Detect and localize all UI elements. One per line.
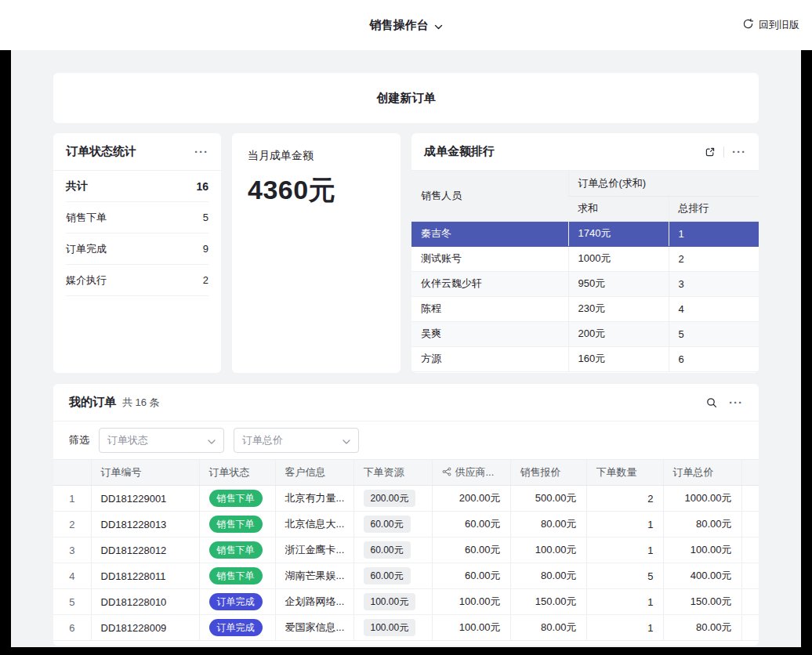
quote-cell: 500.00元 [510, 486, 586, 512]
supplier-cell: 60.00元 [432, 563, 510, 589]
total-cell: 100.00元 [663, 537, 741, 563]
back-to-old-button[interactable]: 回到旧版 [742, 0, 799, 50]
order-row[interactable]: 5 DD181228010 订单完成 企划路网络... 100.00元 100.… [53, 589, 759, 615]
order-no-cell: DD181228012 [91, 537, 199, 563]
order-row[interactable]: 2 DD181228013 销售下单 北京信息大... 60.00元 60.00… [53, 512, 759, 537]
ranking-row[interactable]: 方源 160元 6 [411, 346, 759, 371]
orders-table: 订单编号 订单状态 客户信息 下单资源 [53, 459, 759, 641]
ranking-person: 吴爽 [411, 321, 568, 346]
row-number: 6 [53, 615, 91, 641]
ranking-row[interactable]: 陈程 230元 4 [411, 296, 759, 321]
link-field-icon [442, 467, 451, 479]
resource-cell: 60.00元 [353, 512, 432, 537]
column-header-total[interactable]: 订单总价 [663, 460, 741, 486]
order-total-filter-select[interactable]: 订单总价 [234, 428, 359, 453]
status-badge: 订单完成 [209, 619, 263, 636]
ranking-row[interactable]: 秦吉冬 1740元 1 [411, 221, 759, 246]
ranking-sum: 950元 [568, 271, 669, 296]
resource-cell: 60.00元 [353, 537, 432, 563]
app-title-dropdown[interactable]: 销售操作台 [370, 18, 443, 33]
order-status-filter-placeholder: 订单状态 [107, 433, 148, 447]
stat-value: 16 [196, 180, 208, 193]
chevron-down-icon [343, 435, 350, 447]
total-cell: 150.00元 [663, 589, 741, 615]
ranking-rank: 1 [669, 221, 759, 246]
column-header-customer[interactable]: 客户信息 [275, 460, 353, 486]
order-row[interactable]: 1 DD181229001 销售下单 北京有力量... 200.00元 200.… [53, 486, 759, 512]
stat-row: 销售下单 5 [66, 202, 208, 233]
status-badge: 销售下单 [209, 490, 263, 507]
orders-table-header-row: 订单编号 订单状态 客户信息 下单资源 [53, 460, 759, 486]
column-header-qty[interactable]: 下单数量 [586, 460, 663, 486]
order-row[interactable]: 3 DD181228012 销售下单 浙江金鹰卡... 60.00元 60.00… [53, 537, 759, 563]
order-row[interactable]: 6 DD181228009 订单完成 爱国家信息... 100.00元 100.… [53, 615, 759, 641]
stub-cell [741, 537, 759, 563]
column-header-supplier[interactable]: 供应商... [432, 460, 510, 486]
order-status-filter-select[interactable]: 订单状态 [99, 428, 224, 453]
order-row[interactable]: 4 DD181228011 销售下单 湖南芒果娱... 60.00元 60.00… [53, 563, 759, 589]
qty-cell: 1 [586, 512, 663, 537]
content-area: 创建新订单 订单状态统计 ··· 共计 16 销售下单 5 [11, 50, 801, 647]
resource-pill: 60.00元 [364, 567, 411, 584]
more-icon[interactable]: ··· [732, 146, 746, 157]
more-icon[interactable]: ··· [194, 146, 208, 157]
chevron-down-icon [208, 435, 216, 447]
status-badge: 订单完成 [209, 593, 263, 610]
stat-row-total: 共计 16 [66, 171, 208, 202]
column-header-resource[interactable]: 下单资源 [353, 460, 432, 486]
status-cell: 销售下单 [199, 563, 275, 589]
qty-cell: 1 [586, 615, 663, 641]
stat-value: 5 [203, 212, 208, 223]
row-number: 1 [53, 486, 91, 512]
top-bar: 销售操作台 回到旧版 [0, 0, 812, 50]
ranking-person: 方源 [411, 346, 568, 371]
column-header-quote[interactable]: 销售报价 [510, 460, 586, 486]
stub-cell [741, 589, 759, 615]
stat-row: 媒介执行 2 [66, 265, 208, 296]
qty-cell: 1 [586, 537, 663, 563]
order-total-filter-placeholder: 订单总价 [242, 433, 283, 447]
quote-cell: 100.00元 [510, 537, 586, 563]
status-cell: 订单完成 [199, 589, 275, 615]
filter-row: 筛选 订单状态 订单总价 [53, 422, 759, 459]
status-cell: 销售下单 [199, 537, 275, 563]
restore-icon [742, 18, 754, 32]
stat-label: 销售下单 [66, 211, 107, 225]
ranking-row[interactable]: 吴爽 200元 5 [411, 321, 759, 346]
stats-card-title: 订单状态统计 [66, 144, 136, 159]
row-number: 2 [53, 512, 91, 537]
customer-cell: 湖南芒果娱... [275, 563, 353, 589]
stat-value: 9 [203, 243, 208, 255]
ranking-rank: 4 [669, 296, 759, 321]
order-no-cell: DD181228013 [91, 512, 199, 537]
column-header-order-no[interactable]: 订单编号 [91, 460, 199, 486]
total-cell: 80.00元 [663, 512, 741, 537]
ranking-row[interactable]: 伙伴云魏少轩 950元 3 [411, 271, 759, 296]
status-badge: 销售下单 [209, 567, 263, 584]
resource-cell: 100.00元 [353, 589, 432, 615]
stub-cell [741, 486, 759, 512]
order-no-cell: DD181228009 [91, 615, 199, 641]
amount-ranking-card: 成单金额排行 ··· [411, 133, 759, 373]
search-icon[interactable] [705, 396, 718, 409]
resource-cell: 60.00元 [353, 563, 432, 589]
create-order-label: 创建新订单 [377, 91, 436, 106]
resource-cell: 100.00元 [353, 615, 432, 641]
ranking-row[interactable]: 测试账号 1000元 2 [411, 246, 759, 271]
total-cell: 400.00元 [663, 563, 741, 589]
monthly-amount-label: 当月成单金额 [248, 149, 385, 163]
supplier-cell: 100.00元 [432, 589, 510, 615]
back-to-old-label: 回到旧版 [759, 18, 799, 32]
customer-cell: 北京有力量... [275, 486, 353, 512]
export-icon[interactable] [705, 147, 716, 157]
create-order-button[interactable]: 创建新订单 [53, 73, 759, 123]
ranking-rank: 3 [669, 271, 759, 296]
ranking-rank: 5 [669, 321, 759, 346]
row-number: 5 [53, 589, 91, 615]
status-cell: 订单完成 [199, 615, 275, 641]
more-icon[interactable]: ··· [729, 396, 743, 408]
ranking-card-title: 成单金额排行 [424, 144, 495, 159]
ranking-person: 伙伴云魏少轩 [411, 271, 568, 296]
stat-row: 订单完成 9 [66, 233, 208, 265]
column-header-status[interactable]: 订单状态 [199, 460, 275, 486]
